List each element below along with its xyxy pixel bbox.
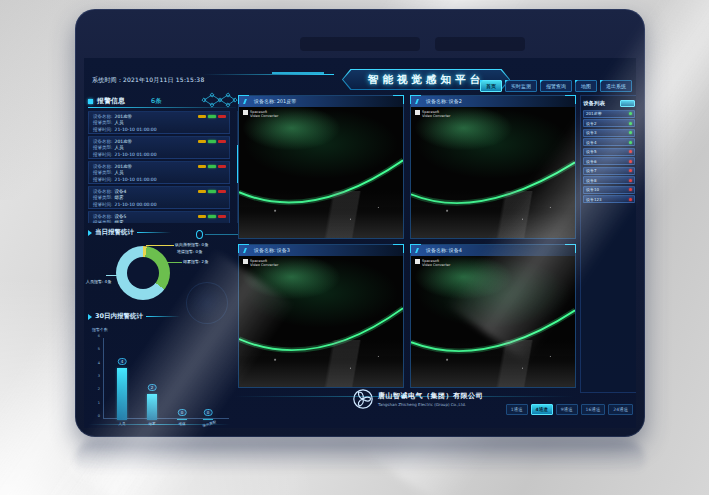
video-panel-header: 设备名称:设备4 (411, 245, 575, 256)
alarm-actions (198, 140, 226, 143)
background: 系统时间：2021年10月11日 15:15:38 智能视觉感知平台 首页 实时… (0, 0, 709, 495)
tab-exit[interactable]: 退出系统 (600, 80, 632, 92)
alarm-action-pending-button[interactable] (198, 140, 206, 143)
dashboard-screen: 系统时间：2021年10月11日 15:15:38 智能视觉感知平台 首页 实时… (84, 58, 636, 428)
y-tick: 0 (90, 414, 100, 418)
section-tail-line (137, 232, 171, 233)
alarm-action-delete-button[interactable] (218, 190, 226, 193)
channel-4-button[interactable]: 4通道 (531, 404, 553, 415)
top-nav-tabs: 首页 实时监测 报警查询 地图 退出系统 (480, 80, 632, 92)
device-list-item[interactable]: 设备123 (583, 195, 635, 203)
y-tick: 4 (90, 361, 100, 365)
device-name: 设备2 (586, 121, 597, 126)
alarm-action-delete-button[interactable] (218, 115, 226, 118)
y-tick: 2 (90, 387, 100, 391)
device-name-label: 设备名称: (426, 96, 448, 107)
alarm-action-delete-button[interactable] (218, 140, 226, 143)
device-name-value: 设备2 (449, 96, 462, 107)
alarm-action-pending-button[interactable] (198, 190, 206, 193)
tab-map[interactable]: 地图 (575, 80, 597, 92)
y-tick: 3 (90, 374, 100, 378)
bar-smoke: 2 烟雾 (146, 340, 158, 420)
y-tick: 6 (90, 334, 100, 338)
video-panel-header: 设备名称:设备3 (239, 245, 403, 256)
alarm-time-value: 21-10-10 01:00:00 (115, 177, 157, 183)
alarm-panel-title: 报警信息 (97, 96, 125, 106)
video-panel-header: 设备名称:设备2 (411, 96, 575, 107)
alarm-action-pending-button[interactable] (198, 215, 206, 218)
alarm-time-label: 报警时间: (93, 152, 113, 158)
company-name-en: Tangshan Zhicheng Electric (Group) Co.,L… (378, 402, 483, 407)
device-list-item[interactable]: 设备7 (583, 167, 635, 175)
device-list-item[interactable]: 设备3 (583, 129, 635, 137)
ring-decoration (196, 230, 203, 239)
alarm-action-confirm-button[interactable] (208, 115, 216, 118)
bezel-decoration (300, 37, 420, 51)
alarm-list-item[interactable]: 设备名称:设备5 报警类型:烟雾 (88, 211, 230, 223)
alarm-time-value: 21-10-10 00:00:00 (115, 202, 157, 208)
channel-1-button[interactable]: 1通道 (506, 404, 528, 415)
alarm-time-label: 报警时间: (93, 127, 113, 133)
device-list-item[interactable]: 设备5 (583, 148, 635, 156)
watermark-logo-icon (415, 259, 420, 264)
alarm-action-confirm-button[interactable] (208, 140, 216, 143)
status-dot-offline (629, 198, 632, 201)
bar-person: 4 人员 (116, 340, 128, 420)
watermark-line2: Video Converter (250, 263, 278, 267)
alarm-action-delete-button[interactable] (218, 165, 226, 168)
company-name-cn: 唐山智诚电气（集团）有限公司 (378, 391, 483, 401)
system-time-value: 2021年10月11日 15:15:38 (123, 76, 204, 83)
status-dot-online (629, 141, 632, 144)
device-list-item[interactable]: 设备2 (583, 119, 635, 127)
alarm-sidebar: 报警信息 6条 (88, 94, 236, 426)
alarm-time-value: 21-10-10 01:00:00 (115, 127, 157, 133)
video-panel-4[interactable]: 设备名称:设备4 SpacesoftVideo Converter (410, 244, 576, 388)
alarm-list-item[interactable]: 设备名称:201皮带 报警类型:人员 报警时间:21-10-10 01:00:0… (88, 161, 230, 184)
alarm-list-item[interactable]: 设备名称:201皮带 报警类型:人员 报警时间:21-10-10 01:00:0… (88, 111, 230, 134)
alarm-list-item[interactable]: 设备名称:201皮带 报警类型:人员 报警时间:21-10-10 01:00:0… (88, 136, 230, 159)
device-list-more-button[interactable] (620, 100, 635, 107)
device-list-item[interactable]: 设备6 (583, 157, 635, 165)
bar (147, 394, 157, 420)
watermark-line2: Video Converter (422, 263, 450, 267)
header-decoration-line (272, 72, 324, 74)
device-list-item[interactable]: 201皮带 (583, 110, 635, 118)
alarm-action-confirm-button[interactable] (208, 215, 216, 218)
device-name: 设备10 (586, 187, 599, 192)
video-panel-3[interactable]: 设备名称:设备3 SpacesoftVideo Converter (238, 244, 404, 388)
channel-24-button[interactable]: 24通道 (608, 404, 633, 415)
alarm-actions (198, 215, 226, 218)
alarm-action-pending-button[interactable] (198, 115, 206, 118)
device-list-item[interactable]: 设备8 (583, 176, 635, 184)
section-title-text: 当日报警统计 (95, 228, 134, 237)
device-list-item[interactable]: 设备4 (583, 138, 635, 146)
donut-label-person: 人员报警: 4条 (86, 279, 111, 284)
alarm-action-pending-button[interactable] (198, 165, 206, 168)
channel-16-button[interactable]: 16通道 (581, 404, 606, 415)
device-list-item[interactable]: 设备10 (583, 186, 635, 194)
bezel-decoration (435, 37, 525, 51)
tab-realtime-monitor[interactable]: 实时监测 (505, 80, 537, 92)
device-name: 设备4 (586, 140, 597, 145)
status-dot-offline (629, 160, 632, 163)
alarm-action-confirm-button[interactable] (208, 165, 216, 168)
alarm-action-delete-button[interactable] (218, 215, 226, 218)
status-dot-offline (629, 150, 632, 153)
bar-value-badge: 4 (118, 358, 127, 366)
system-time: 系统时间：2021年10月11日 15:15:38 (92, 76, 204, 85)
video-panel-1[interactable]: 设备名称:201皮带 SpacesoftVideo Converter (238, 95, 404, 239)
tab-alarm-query[interactable]: 报警查询 (540, 80, 572, 92)
bar (203, 419, 213, 420)
video-panel-2[interactable]: 设备名称:设备2 SpacesoftVideo Converter (410, 95, 576, 239)
alarm-list: 设备名称:201皮带 报警类型:人员 报警时间:21-10-10 01:00:0… (88, 111, 230, 223)
video-feed: SpacesoftVideo Converter (411, 256, 575, 387)
channel-9-button[interactable]: 9通道 (556, 404, 578, 415)
sidebar-footer-line (88, 424, 230, 425)
conveyor-structure (239, 340, 403, 387)
device-name-value: 201皮带 (277, 96, 297, 107)
section-chevron-icon (88, 230, 92, 236)
tab-home[interactable]: 首页 (480, 80, 502, 92)
conveyor-structure (411, 340, 575, 387)
alarm-action-confirm-button[interactable] (208, 190, 216, 193)
alarm-list-item[interactable]: 设备名称:设备4 报警类型:烟雾 报警时间:21-10-10 00:00:00 (88, 186, 230, 209)
